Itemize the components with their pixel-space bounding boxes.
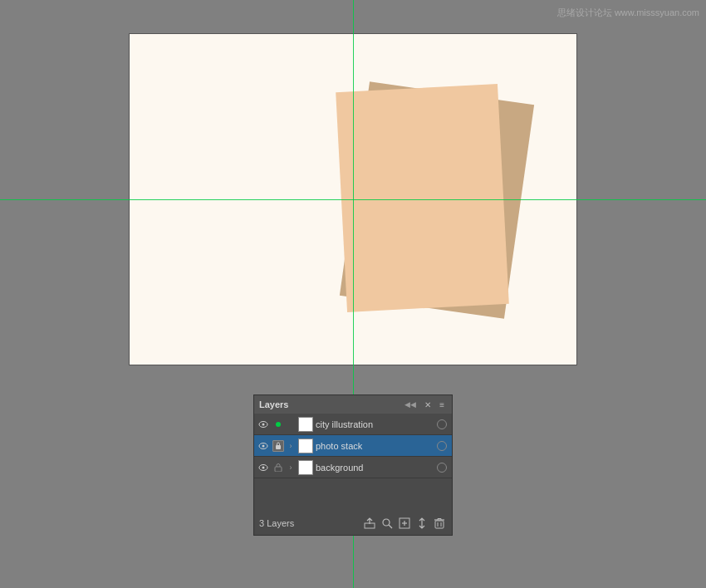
footer-add-button[interactable] xyxy=(397,516,412,531)
layer-count-label: 3 Layers xyxy=(259,518,360,528)
panel-menu-button[interactable]: ≡ xyxy=(437,399,447,410)
layer-row-city-illustration[interactable]: city illustration xyxy=(254,414,452,435)
lock-icon-photo xyxy=(272,440,284,452)
layer-row-photo-stack[interactable]: › photo stack xyxy=(254,435,452,457)
layers-panel-title: Layers xyxy=(259,399,288,409)
layer-circle-photo xyxy=(437,441,447,451)
layer-thumb-photo xyxy=(298,439,313,453)
eye-icon-city[interactable] xyxy=(256,417,271,432)
layers-panel-header: Layers ◀◀ ✕ ≡ xyxy=(254,395,452,414)
layer-row-background[interactable]: › background xyxy=(254,457,452,478)
svg-rect-14 xyxy=(435,521,444,528)
svg-point-1 xyxy=(262,423,265,425)
layers-panel: Layers ◀◀ ✕ ≡ city illustration xyxy=(253,394,453,536)
layers-empty-space xyxy=(254,478,452,512)
lock-cell-city xyxy=(271,417,286,432)
watermark-text: 思绪设计论坛 www.misssyuan.com xyxy=(557,7,699,19)
svg-line-10 xyxy=(389,525,392,528)
layer-name-bg: background xyxy=(316,463,437,473)
svg-rect-4 xyxy=(276,445,281,449)
layer-name-photo: photo stack xyxy=(316,441,437,451)
eye-icon-bg[interactable] xyxy=(256,460,271,475)
layer-circle-bg xyxy=(437,463,447,473)
lock-cell-bg[interactable] xyxy=(271,460,286,475)
footer-export-button[interactable] xyxy=(362,516,377,531)
layer-thumb-bg xyxy=(298,460,313,475)
panel-controls: ◀◀ ✕ ≡ xyxy=(402,399,447,410)
eye-icon-photo[interactable] xyxy=(256,439,271,453)
footer-search-button[interactable] xyxy=(380,516,395,531)
layer-name-city: city illustration xyxy=(316,419,437,429)
footer-move-button[interactable] xyxy=(414,516,429,531)
svg-point-9 xyxy=(383,519,390,526)
panel-close-button[interactable]: ✕ xyxy=(422,399,434,410)
lock-cell-photo[interactable] xyxy=(271,439,286,453)
layers-panel-footer: 3 Layers xyxy=(254,512,452,535)
expand-bg[interactable]: › xyxy=(286,463,296,473)
svg-point-6 xyxy=(262,466,265,468)
expand-photo[interactable]: › xyxy=(286,441,296,451)
footer-delete-button[interactable] xyxy=(432,516,447,531)
svg-rect-7 xyxy=(275,467,282,472)
layer-thumb-city xyxy=(298,417,313,432)
green-dot-city xyxy=(276,422,281,427)
photo-stack-front xyxy=(336,84,509,312)
layer-circle-city xyxy=(437,419,447,429)
panel-collapse-button[interactable]: ◀◀ xyxy=(402,399,419,409)
svg-point-3 xyxy=(262,444,265,447)
expand-city[interactable] xyxy=(286,419,296,429)
